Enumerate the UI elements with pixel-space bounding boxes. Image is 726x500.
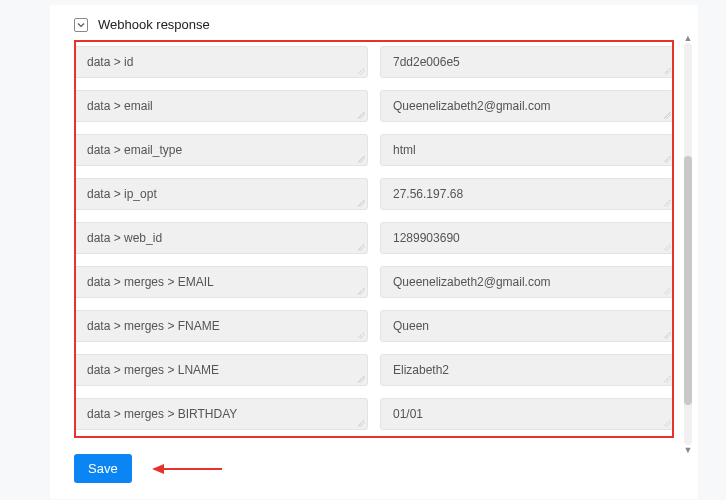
- key-field[interactable]: data > id: [74, 46, 368, 78]
- response-row: data > email_type html: [74, 134, 674, 166]
- key-field[interactable]: data > merges > EMAIL: [74, 266, 368, 298]
- key-field[interactable]: data > ip_opt: [74, 178, 368, 210]
- response-row: data > merges > LNAME Elizabeth2: [74, 354, 674, 386]
- key-field[interactable]: data > merges > BIRTHDAY: [74, 398, 368, 430]
- value-field[interactable]: 01/01: [380, 398, 674, 430]
- arrow-annotation-icon: [152, 462, 222, 476]
- key-field[interactable]: data > web_id: [74, 222, 368, 254]
- response-row: data > ip_opt 27.56.197.68: [74, 178, 674, 210]
- save-button[interactable]: Save: [74, 454, 132, 483]
- scroll-down-icon[interactable]: ▼: [683, 445, 693, 455]
- response-row: data > merges > EMAIL Queenelizabeth2@gm…: [74, 266, 674, 298]
- value-field[interactable]: Elizabeth2: [380, 354, 674, 386]
- value-field[interactable]: Queenelizabeth2@gmail.com: [380, 90, 674, 122]
- svg-marker-1: [152, 464, 164, 474]
- collapse-toggle[interactable]: [74, 18, 88, 32]
- value-field[interactable]: html: [380, 134, 674, 166]
- response-row: data > email Queenelizabeth2@gmail.com: [74, 90, 674, 122]
- value-field[interactable]: 27.56.197.68: [380, 178, 674, 210]
- key-field[interactable]: data > email: [74, 90, 368, 122]
- response-row: data > id 7dd2e006e5: [74, 46, 674, 78]
- key-field[interactable]: data > merges > LNAME: [74, 354, 368, 386]
- key-field[interactable]: data > merges > FNAME: [74, 310, 368, 342]
- key-field[interactable]: data > email_type: [74, 134, 368, 166]
- response-rows: data > id 7dd2e006e5 data > email Queene…: [74, 46, 674, 430]
- scrollbar-thumb[interactable]: [684, 156, 692, 405]
- scrollbar-track[interactable]: [684, 43, 692, 445]
- chevron-down-icon: [77, 21, 85, 29]
- response-row: data > merges > FNAME Queen: [74, 310, 674, 342]
- panel-title: Webhook response: [98, 17, 210, 32]
- value-field[interactable]: 7dd2e006e5: [380, 46, 674, 78]
- value-field[interactable]: 1289903690: [380, 222, 674, 254]
- response-row: data > web_id 1289903690: [74, 222, 674, 254]
- scroll-up-icon[interactable]: ▲: [683, 33, 693, 43]
- webhook-response-panel: Webhook response data > id 7dd2e006e5 da…: [50, 5, 698, 499]
- response-row: data > merges > BIRTHDAY 01/01: [74, 398, 674, 430]
- panel-header: Webhook response: [50, 5, 698, 46]
- value-field[interactable]: Queenelizabeth2@gmail.com: [380, 266, 674, 298]
- panel-footer: Save: [50, 438, 698, 499]
- content-area: data > id 7dd2e006e5 data > email Queene…: [50, 46, 698, 438]
- value-field[interactable]: Queen: [380, 310, 674, 342]
